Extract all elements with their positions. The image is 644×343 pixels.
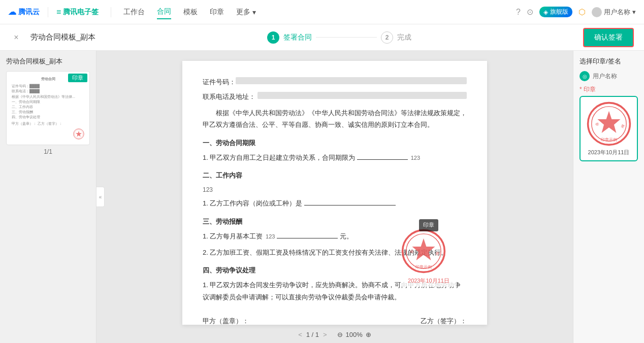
sidebar-title: 劳动合同模板_副本 (6, 57, 90, 66)
user-area[interactable]: 用户名称 ▾ (592, 7, 636, 17)
right-panel-stamp-svg: 印章示例 华 签 (586, 101, 632, 147)
stamp-card[interactable]: 印章示例 华 签 2023年10月11日 (579, 96, 638, 161)
panel-user-name: 用户名称 (593, 72, 617, 81)
confirm-sign-button[interactable]: 确认签署 (583, 28, 634, 47)
nav-item-contract[interactable]: 合同 (157, 5, 171, 19)
sub-header: × 劳动合同模板_副本 1 签署合同 2 完成 确认签署 (0, 24, 644, 51)
nav-divider-2 (111, 7, 111, 17)
section-2-title: 二、工作内容 (203, 169, 467, 181)
diamond-icon: ◈ (543, 9, 548, 16)
period-field (357, 159, 408, 160)
thumbnail-stamp-icon (73, 128, 84, 140)
stamp-tooltip-label: 印章 (419, 219, 438, 231)
step-1: 1 签署合同 (267, 31, 312, 44)
help-icon[interactable]: ? (516, 8, 521, 17)
chevron-down-icon: ▾ (252, 8, 256, 16)
step-2-circle: 2 (381, 31, 393, 44)
svg-text:签: 签 (620, 123, 625, 128)
nav-item-template[interactable]: 模板 (183, 6, 198, 19)
nav-right-area: ? ⊙ ◈ 旗舰版 ⬡ 用户名称 ▾ (516, 7, 636, 17)
contact-label: 联系电话及地址： (203, 91, 255, 102)
nav-items: 工作台 合同 模板 印章 更多 ▾ (123, 5, 504, 19)
svg-text:印章示例: 印章示例 (601, 138, 617, 142)
para-2: 1. 乙方工作内容（岗位或工种）是 (203, 197, 467, 209)
contact-field-row: 联系电话及地址： (203, 91, 467, 102)
user-avatar: ◎ (579, 71, 590, 81)
zoom-in-button[interactable]: ⊕ (366, 331, 371, 338)
user-avatar-small (592, 7, 602, 17)
avatar-icon: ◎ (583, 74, 587, 79)
para-2-value: 123 (203, 185, 467, 196)
document-title: 劳动合同模板_副本 (30, 32, 95, 42)
contact-value (257, 92, 467, 99)
prev-page-button[interactable]: < (298, 331, 302, 338)
main-paragraph: 根据《中华人民共和国劳动法》《中华人民共和国劳动合同法》等法律法规政策规定，甲乙… (203, 107, 467, 131)
page-number: 1/1 (6, 148, 90, 155)
party-a-label: 甲方（盖章）： (203, 315, 249, 327)
svg-marker-5 (412, 238, 435, 260)
shield-icon: ⬡ (578, 7, 586, 17)
section-1-title: 一、劳动合同期限 (203, 137, 467, 149)
svg-text:华: 华 (594, 122, 599, 127)
step-1-label: 签署合同 (283, 33, 312, 42)
svg-text:签: 签 (435, 251, 440, 256)
right-panel-stamp-date: 2023年10月11日 (588, 149, 630, 156)
panel-title: 选择印章/签名 (579, 57, 638, 66)
zoom-out-button[interactable]: ⊖ (337, 331, 343, 338)
party-b-label: 乙方（签字）： (421, 315, 467, 327)
page-info: 1 / 1 (306, 331, 319, 338)
nav-item-more[interactable]: 更多 ▾ (236, 6, 256, 19)
pagination: < 1 / 1 > ⊖ 100% ⊕ (298, 331, 371, 338)
collapse-button[interactable]: « (96, 187, 105, 207)
close-button[interactable]: × (10, 31, 22, 44)
job-field (304, 205, 396, 205)
stamp-label: 印章 (68, 74, 87, 82)
tencent-logo: ☁ 腾讯云 (8, 7, 40, 17)
salary-value: 123 (266, 233, 275, 239)
settings-icon[interactable]: ⊙ (527, 7, 533, 17)
id-label: 证件号码： (203, 76, 236, 88)
nav-divider (48, 7, 48, 17)
step-line (316, 37, 377, 38)
stamp-svg: 印章示例 华 签 (401, 228, 446, 274)
signature-row: 甲方（盖章）： 乙方（签字）： (203, 311, 467, 327)
dropdown-icon: ▾ (632, 8, 636, 16)
svg-marker-2 (76, 131, 82, 137)
svg-text:华: 华 (409, 249, 414, 254)
step-indicator: 1 签署合同 2 完成 (104, 31, 575, 44)
logo-area: ☁ 腾讯云 ≡ 腾讯电子签 (8, 7, 99, 17)
step-2-label: 完成 (397, 33, 411, 42)
id-value (236, 77, 467, 84)
nav-item-stamp[interactable]: 印章 (210, 6, 224, 19)
para-1: 1. 甲乙双方自用工之日起建立劳动关系，合同期限为 123 (203, 152, 467, 163)
esign-logo: ≡ 腾讯电子签 (56, 8, 99, 17)
salary-field (277, 238, 338, 238)
esign-icon: ≡ (56, 8, 61, 17)
panel-user: ◎ 用户名称 (579, 71, 638, 81)
stamp-option-label: * 印章 (579, 85, 638, 94)
left-sidebar: 劳动合同模板_副本 劳动合同 证件号码：████ 联系电话：████ 根据《中华… (0, 51, 96, 343)
document-page: 证件号码： 联系电话及地址： 根据《中华人民共和国劳动法》《中华人民共和国劳动合… (182, 61, 487, 325)
step-1-circle: 1 (267, 31, 279, 44)
svg-text:印章示例: 印章示例 (415, 265, 432, 269)
document-thumbnail[interactable]: 劳动合同 证件号码：████ 联系电话：████ 根据《中华人民共和国劳动法》等… (6, 71, 90, 145)
id-field-row: 证件号码： (203, 76, 467, 88)
nav-item-workbench[interactable]: 工作台 (123, 6, 145, 19)
next-page-button[interactable]: > (323, 331, 327, 338)
plan-badge: ◈ 旗舰版 (539, 7, 572, 17)
zoom-controls: ⊖ 100% ⊕ (337, 331, 371, 338)
zoom-level: 100% (346, 331, 363, 338)
right-panel: 选择印章/签名 ◎ 用户名称 * 印章 印章示例 华 签 2023年10月11日 (573, 51, 644, 343)
main-layout: 劳动合同模板_副本 劳动合同 证件号码：████ 联系电话：████ 根据《中华… (0, 51, 644, 343)
top-navigation: ☁ 腾讯云 ≡ 腾讯电子签 工作台 合同 模板 印章 更多 ▾ ? ⊙ ◈ 旗舰… (0, 0, 644, 24)
stamp-date-on-doc: 2023年10月11日 (401, 276, 457, 287)
document-stamp[interactable]: 印章 印章示例 华 签 2023年10月11日 (401, 228, 457, 284)
period-value: 123 (411, 155, 420, 161)
content-area: « 证件号码： 联系电话及地址： 根据《中华人民共和国劳动法》《中华人民共和国劳… (96, 51, 573, 343)
svg-marker-11 (597, 111, 620, 133)
cloud-icon: ☁ (8, 7, 16, 17)
step-2: 2 完成 (381, 31, 411, 44)
thumbnail-preview: 劳动合同 证件号码：████ 联系电话：████ 根据《中华人民共和国劳动法》等… (9, 74, 87, 143)
